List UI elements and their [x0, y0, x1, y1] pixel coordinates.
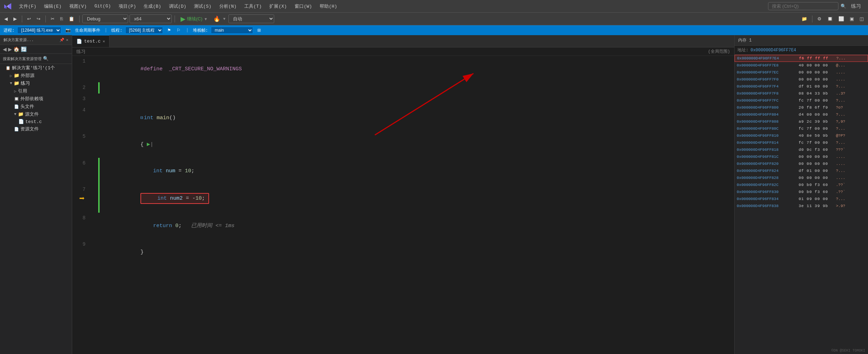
paste-btn[interactable]: 📋: [67, 15, 76, 22]
tab-close-btn[interactable]: ✕: [103, 39, 105, 44]
mem-chars-6: ?...: [836, 98, 845, 103]
line-gutter-6: [90, 158, 100, 184]
fire-icon[interactable]: 🔥: [212, 14, 222, 24]
main-layout: 解决方案资源... 📌 ✕ ◀ ▶ 🏠 🔄 搜索解决方案资源管理 🔍 📋 解决方…: [0, 35, 868, 354]
indent-7: [145, 195, 157, 202]
tree-practice[interactable]: ▼ 📁 练习: [0, 79, 72, 87]
copy-btn[interactable]: ⎘: [58, 15, 65, 22]
line-num-8: 8: [72, 213, 90, 239]
menu-extensions[interactable]: 扩展(X): [266, 2, 290, 11]
mem-chars-16: ?...: [836, 169, 845, 173]
editor-area: 📄 test.c ✕ 练习 (全局范围) 1 #define _CRT_SECU…: [72, 35, 734, 354]
menu-file[interactable]: 文件(F): [15, 2, 40, 11]
mem-chars-12: ?...: [836, 141, 845, 145]
indent-8: [140, 223, 153, 229]
pin-icon[interactable]: 📌: [59, 38, 64, 42]
memory-row-0: 0x000000D4F96FF7E4f6 ff ff ff?...: [735, 55, 868, 62]
tree-external-source[interactable]: ▷ 📁 外部源: [0, 72, 72, 79]
fire-dropdown[interactable]: ▼: [223, 17, 226, 21]
memory-row-19: 0x000000D4F96FF83000 b0 f3 60.??`: [735, 188, 868, 195]
mem-addr-4: 0x000000D4F96FF7F4: [737, 84, 797, 89]
mem-addr-20: 0x000000D4F96FF834: [737, 197, 797, 201]
mem-chars-2: ....: [836, 70, 845, 75]
forward-btn[interactable]: ▶: [11, 15, 19, 22]
sidebar-tree: 📋 解决方案'练习'(1个 ▷ 📁 外部源 ▼ 📁 练习 ▷ 引用 🔲 外部依赖…: [0, 64, 72, 354]
menu-help[interactable]: 帮助(H): [316, 2, 340, 11]
layout-btn4[interactable]: ◫: [857, 15, 866, 22]
toolbar-right-icons: 📁 ⚙ 🔲 ⬜ ▣ ◫: [799, 15, 866, 22]
layout-btn1[interactable]: 🔲: [825, 15, 835, 22]
sidebar-search-icon[interactable]: 🔍: [43, 56, 49, 62]
process-selector[interactable]: [12848] 练习.exe: [17, 27, 61, 34]
redo-btn[interactable]: ↪: [34, 15, 43, 22]
ext-source-label: 外部源: [21, 72, 34, 79]
menu-debug[interactable]: 调试(D): [165, 2, 190, 11]
code-view[interactable]: 1 #define _CRT_SECURE_NO_WARNINGS 2: [72, 56, 734, 354]
search-icon[interactable]: 🔍: [841, 4, 846, 9]
memory-row-20: 0x000000D4F96FF83401 09 00 00?...: [735, 195, 868, 202]
tree-ext-deps[interactable]: 🔲 外部依赖项: [0, 95, 72, 103]
semi-8: ;: [178, 223, 182, 229]
thread-icon2[interactable]: ⚐: [175, 27, 182, 33]
menu-window[interactable]: 窗口(W): [291, 2, 315, 11]
continue-btn[interactable]: ▶ 继续(C) ▼: [178, 14, 210, 24]
nav-refresh-btn[interactable]: 🔄: [21, 46, 27, 52]
settings-btn[interactable]: ⚙: [815, 15, 824, 22]
stack-selector[interactable]: main: [211, 27, 253, 34]
source-files-label: 源文件: [25, 111, 39, 117]
folder-btn[interactable]: 📁: [799, 15, 809, 22]
tab-test-c[interactable]: 📄 test.c ✕: [72, 35, 109, 47]
nav-home-btn[interactable]: 🏠: [13, 46, 19, 52]
debug-config-dropdown[interactable]: Debug: [82, 14, 128, 23]
thread-icon[interactable]: ⚑: [166, 27, 172, 33]
tree-references[interactable]: ▷ 引用: [0, 87, 72, 95]
expand-btn[interactable]: ⊞: [256, 27, 262, 33]
menu-edit[interactable]: 编辑(E): [40, 2, 65, 11]
menu-analyze[interactable]: 分析(N): [216, 2, 240, 11]
tree-test-c[interactable]: 📄 test.c: [0, 118, 72, 125]
tree-source-files[interactable]: ▼ 📁 源文件: [0, 110, 72, 118]
menu-view[interactable]: 视图(V): [66, 2, 90, 11]
menu-build[interactable]: 生成(B): [140, 2, 164, 11]
mem-addr-1: 0x000000D4F96FF7E8: [737, 63, 797, 67]
tree-resources[interactable]: 📄 资源文件: [0, 125, 72, 133]
back-btn[interactable]: ◀: [2, 15, 10, 22]
code-line-3: 3: [72, 94, 734, 105]
menu-git[interactable]: Git(G): [91, 2, 114, 10]
menu-test[interactable]: 测试(S): [190, 2, 215, 11]
ext-source-folder-icon: 📁: [14, 73, 19, 78]
thread-selector[interactable]: [5268] 主线程: [125, 27, 163, 34]
nav-forward-btn[interactable]: ▶: [8, 46, 12, 52]
nav-back-btn[interactable]: ◀: [3, 46, 7, 52]
process-label: 进程:: [4, 27, 14, 33]
tree-solution[interactable]: 📋 解决方案'练习'(1个: [0, 64, 72, 72]
memory-addr-value: 0x000000D4F96FF7E4: [750, 48, 796, 53]
auto-dropdown[interactable]: 自动: [228, 14, 274, 23]
memory-row-16: 0x000000D4F96FF824df 01 00 00?...: [735, 167, 868, 174]
tree-headers[interactable]: 📄 头文件: [0, 103, 72, 110]
sidebar: 解决方案资源... 📌 ✕ ◀ ▶ 🏠 🔄 搜索解决方案资源管理 🔍 📋 解决方…: [0, 35, 72, 354]
mem-addr-6: 0x000000D4F96FF7FC: [737, 98, 797, 103]
mem-bytes-17: 00 00 00 00: [799, 176, 834, 180]
highlight-box-7: int num2 = -10;: [140, 193, 209, 204]
memory-rows-container[interactable]: 0x000000D4F96FF7E4f6 ff ff ff?...0x00000…: [735, 55, 868, 354]
undo-btn[interactable]: ↩: [25, 15, 33, 22]
menu-tools[interactable]: 工具(T): [241, 2, 265, 11]
line-gutter-2: [90, 82, 100, 94]
line-content-3: [100, 94, 734, 105]
mem-chars-15: ....: [836, 162, 845, 166]
menu-project[interactable]: 项目(P): [115, 2, 139, 11]
debug-arrow-7: ➡: [79, 193, 85, 204]
lifecycle-btn[interactable]: 📷: [64, 27, 72, 33]
macro-space: [163, 66, 169, 72]
mem-bytes-9: a9 2c 39 9b: [799, 120, 834, 124]
layout-btn2[interactable]: ⬜: [836, 15, 846, 22]
watermark: ©DN @SEKI TOMOKI: [831, 349, 865, 353]
arch-dropdown[interactable]: x64: [130, 14, 172, 23]
collapse-btn-4[interactable]: ⊟: [140, 115, 143, 121]
layout-btn3[interactable]: ▣: [848, 15, 856, 22]
cut-btn[interactable]: ✂: [49, 15, 57, 22]
sidebar-close-icon[interactable]: ✕: [66, 38, 68, 42]
mem-chars-13: ???`: [836, 148, 845, 152]
search-input[interactable]: [768, 2, 838, 10]
